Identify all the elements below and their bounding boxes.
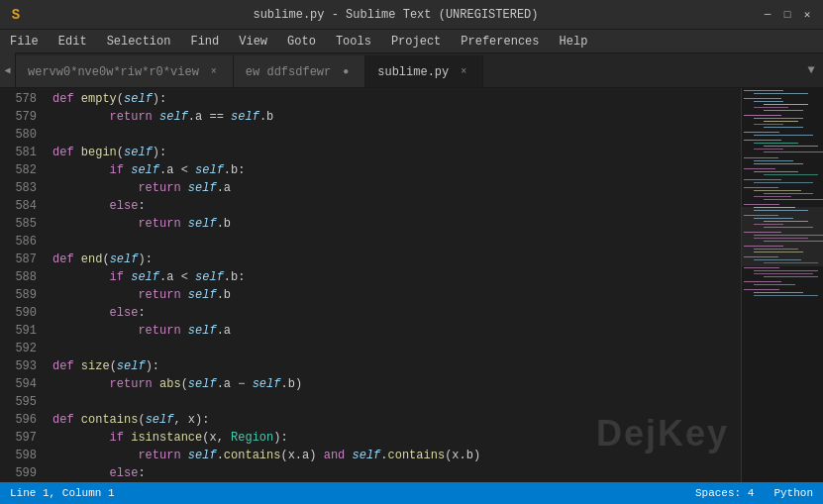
tab-0-close[interactable]: ×	[207, 65, 221, 79]
svg-rect-14	[754, 135, 813, 136]
menu-project[interactable]: Project	[381, 30, 451, 52]
svg-rect-12	[764, 127, 803, 128]
window-controls: ─ □ ✕	[760, 7, 815, 23]
maximize-button[interactable]: □	[779, 7, 795, 23]
svg-rect-5	[764, 104, 808, 105]
svg-rect-27	[744, 179, 781, 180]
menu-find[interactable]: Find	[180, 30, 229, 52]
svg-rect-19	[764, 151, 823, 152]
svg-rect-51	[764, 262, 818, 263]
minimap[interactable]	[741, 88, 823, 482]
code-line-597: if isinstance(x, Region):	[52, 429, 741, 447]
svg-rect-31	[764, 193, 813, 194]
svg-rect-28	[754, 182, 813, 183]
svg-rect-52	[744, 267, 779, 268]
svg-rect-16	[754, 143, 798, 144]
status-right: Spaces: 4 Python	[695, 487, 813, 499]
svg-rect-49	[744, 256, 778, 257]
menu-view[interactable]: View	[229, 30, 277, 52]
tab-0[interactable]: wervw0*nve0w*riw*r0*view ×	[16, 55, 234, 87]
code-content[interactable]: def empty(self): return self.a == self.b…	[45, 88, 741, 482]
menu-preferences[interactable]: Preferences	[451, 30, 549, 52]
code-line-589: return self.b	[52, 286, 741, 304]
svg-rect-21	[744, 157, 778, 158]
menu-file[interactable]: File	[0, 30, 49, 52]
code-line-586	[52, 233, 741, 251]
code-line-581: def begin(self):	[52, 144, 741, 161]
code-line-594: return abs(self.a − self.b)	[52, 375, 741, 393]
tab-2[interactable]: sublime.py ×	[365, 55, 483, 87]
minimize-button[interactable]: ─	[760, 7, 775, 23]
tab-1[interactable]: ew ddfsdfewr ●	[234, 55, 365, 87]
code-line-578: def empty(self):	[52, 90, 741, 108]
svg-rect-15	[744, 140, 781, 141]
code-line-583: return self.a	[52, 179, 741, 197]
svg-rect-11	[754, 124, 783, 125]
svg-rect-50	[754, 259, 801, 260]
menu-help[interactable]: Help	[550, 30, 598, 52]
svg-rect-59	[754, 292, 803, 293]
svg-rect-35	[754, 207, 795, 208]
svg-rect-4	[754, 101, 783, 102]
code-line-584: else:	[52, 197, 741, 215]
menu-bar: File Edit Selection Find View Goto Tools…	[0, 30, 823, 53]
svg-rect-32	[754, 196, 791, 197]
tab-dropdown[interactable]: ▼	[799, 52, 823, 87]
svg-rect-42	[744, 232, 781, 233]
code-line-579: return self.a == self.b	[52, 108, 741, 126]
svg-rect-37	[744, 215, 778, 216]
status-position: Line 1, Column 1	[10, 487, 115, 499]
tab-nav-left[interactable]: ◀	[0, 52, 16, 87]
svg-rect-44	[754, 238, 808, 239]
svg-rect-1	[744, 90, 783, 91]
svg-rect-9	[754, 118, 803, 119]
svg-rect-2	[754, 93, 808, 94]
svg-rect-33	[764, 199, 823, 200]
svg-rect-3	[744, 98, 781, 99]
svg-rect-38	[754, 218, 793, 219]
tab-1-label: ew ddfsdfewr	[246, 65, 331, 79]
svg-rect-55	[764, 276, 818, 277]
svg-rect-29	[744, 187, 778, 188]
code-line-580	[52, 126, 741, 144]
svg-rect-23	[754, 163, 803, 164]
svg-rect-40	[754, 224, 783, 225]
svg-rect-60	[754, 295, 818, 296]
svg-rect-26	[764, 174, 818, 175]
code-line-595	[52, 393, 741, 411]
main-editor: 578 579 580 581 582 583 584 585 586 587 …	[0, 88, 823, 482]
svg-rect-57	[754, 284, 795, 285]
svg-rect-22	[754, 160, 793, 161]
tab-2-label: sublime.py	[377, 65, 449, 79]
editor-area[interactable]: 578 579 580 581 582 583 584 585 586 587 …	[0, 88, 741, 482]
svg-rect-48	[754, 252, 803, 252]
close-button[interactable]: ✕	[799, 7, 815, 23]
minimap-canvas	[742, 88, 823, 482]
svg-rect-8	[744, 115, 781, 116]
line-numbers: 578 579 580 581 582 583 584 585 586 587 …	[0, 88, 45, 482]
svg-rect-46	[744, 246, 783, 247]
menu-goto[interactable]: Goto	[277, 30, 326, 52]
title-bar: S sublime.py - Sublime Text (UNREGISTERE…	[0, 0, 823, 30]
svg-rect-47	[754, 249, 798, 250]
tab-1-close[interactable]: ●	[339, 65, 353, 79]
code-line-599: else:	[52, 464, 741, 482]
code-line-588: if self.a < self.b:	[52, 268, 741, 286]
tab-0-label: wervw0*nve0w*riw*r0*view	[28, 65, 199, 79]
menu-tools[interactable]: Tools	[326, 30, 381, 52]
svg-rect-39	[764, 221, 808, 222]
svg-rect-7	[764, 110, 803, 111]
svg-rect-36	[754, 210, 808, 211]
svg-rect-41	[764, 227, 813, 228]
menu-selection[interactable]: Selection	[97, 30, 181, 52]
svg-rect-43	[754, 235, 823, 236]
menu-edit[interactable]: Edit	[49, 30, 97, 52]
svg-rect-18	[754, 149, 783, 150]
code-line-596: def contains(self, x):	[52, 411, 741, 429]
svg-rect-30	[754, 190, 801, 191]
status-language: Python	[773, 487, 813, 499]
tab-2-close[interactable]: ×	[457, 65, 470, 79]
code-line-590: else:	[52, 304, 741, 322]
svg-rect-24	[744, 168, 775, 169]
svg-rect-13	[744, 132, 779, 133]
